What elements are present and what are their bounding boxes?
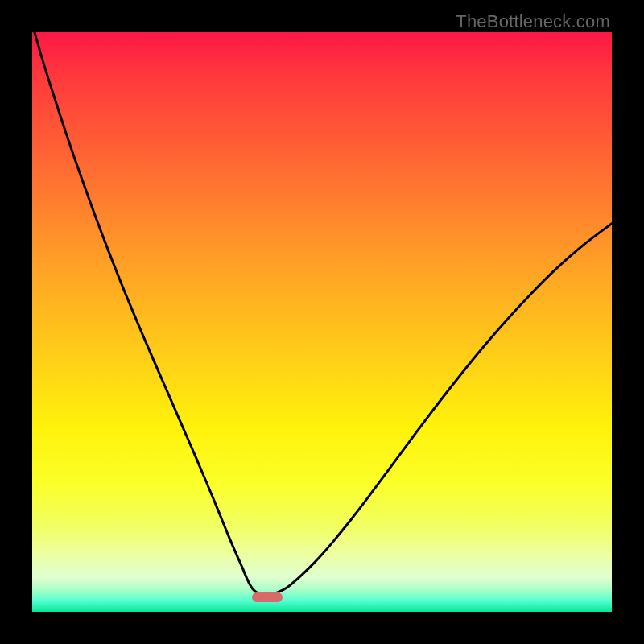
- plot-area: [32, 32, 612, 612]
- curve-layer: [32, 32, 612, 612]
- left-curve: [35, 32, 267, 597]
- right-curve: [267, 224, 612, 597]
- watermark-text: TheBottleneck.com: [456, 11, 610, 32]
- notch-marker: [252, 592, 283, 602]
- chart-frame: TheBottleneck.com: [0, 0, 644, 644]
